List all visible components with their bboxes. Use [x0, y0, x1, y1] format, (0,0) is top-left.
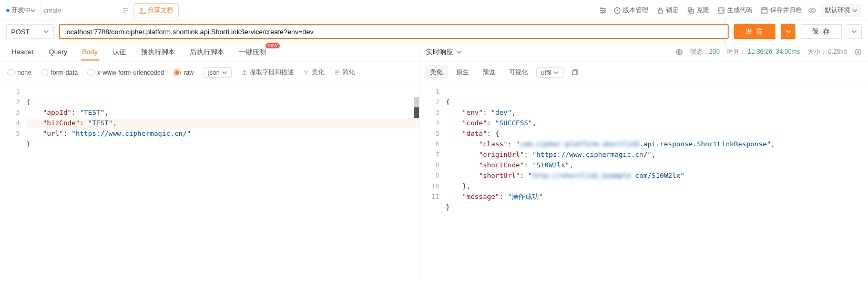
svg-point-0	[601, 7, 603, 9]
response-body-editor[interactable]: 1234567891011 { "env": "dev", "code": "S…	[420, 83, 868, 281]
share-doc-button[interactable]: 分享文档	[134, 3, 179, 17]
svg-point-2	[602, 12, 604, 13]
chevron-down-icon	[44, 29, 49, 34]
save-archive-button[interactable]: 保存并归档	[759, 5, 804, 16]
svg-rect-13	[573, 71, 576, 75]
radio-raw[interactable]: raw	[173, 69, 193, 76]
url-input[interactable]	[59, 24, 729, 39]
request-tabs: Header Query Body 认证 预执行脚本 后执行脚本 一键压测NEW	[0, 42, 419, 62]
upload-icon	[241, 69, 248, 76]
clock-icon	[614, 7, 621, 14]
gencode-button[interactable]: 生成代码	[716, 5, 754, 16]
status-label: 状态：200	[690, 47, 720, 56]
resp-tab-raw[interactable]: 原生	[451, 65, 474, 79]
clone-icon	[687, 7, 695, 14]
settings-lines-icon[interactable]	[599, 6, 607, 15]
radio-urlencoded[interactable]: x-www-form-urlencoded	[87, 69, 164, 76]
save-dropdown[interactable]	[847, 24, 862, 39]
line-gutter: 1234567891011	[420, 83, 446, 281]
response-tabs: 美化 原生 预览 可视化 utf8	[420, 62, 868, 83]
wand-icon	[303, 69, 310, 76]
new-badge: NEW	[265, 43, 280, 48]
response-header: 实时响应 状态：200 时间： 11:36:26 34.00ms 大小： 0.2…	[420, 42, 868, 62]
method-select[interactable]: POST	[6, 24, 54, 39]
extract-fields-button[interactable]: 提取字段和描述	[241, 68, 294, 77]
chevron-down-icon	[222, 70, 227, 75]
method-value: POST	[11, 28, 29, 36]
api-tab-name[interactable]: create	[40, 4, 129, 17]
tab-query[interactable]: Query	[43, 44, 74, 60]
copy-icon[interactable]	[571, 69, 578, 76]
lock-icon	[657, 7, 664, 14]
tab-postscript[interactable]: 后执行脚本	[183, 43, 230, 61]
line-gutter: 12345	[0, 83, 26, 281]
resp-tab-preview[interactable]: 预览	[477, 65, 501, 79]
send-dropdown[interactable]	[781, 24, 795, 39]
tab-body[interactable]: Body	[76, 44, 104, 60]
tab-auth[interactable]: 认证	[106, 43, 132, 61]
dev-status-badge: 开发中	[6, 6, 36, 15]
radio-formdata[interactable]: form-data	[41, 69, 78, 76]
encoding-select[interactable]: utf8	[536, 67, 564, 78]
version-mgmt-button[interactable]: 版本管理	[611, 5, 650, 16]
response-mode-select[interactable]: 实时响应	[426, 47, 462, 57]
beautify-button[interactable]: 美化	[303, 68, 324, 77]
share-icon	[139, 7, 146, 14]
globe-icon	[676, 48, 683, 56]
minimap-highlight	[414, 107, 419, 118]
env-label: 默认环境	[825, 6, 850, 15]
save-icon	[761, 7, 768, 14]
topbar: 开发中 create 分享文档 版本管理 锁定 克隆 生成代码 保存并归档 默认…	[0, 0, 868, 21]
time-label: 时间： 11:36:26 34.00ms	[727, 47, 800, 56]
share-label: 分享文档	[148, 6, 173, 15]
request-bar: POST 发 送 保 存	[0, 21, 868, 42]
api-tab-label: create	[44, 7, 122, 14]
chevron-down-icon	[456, 49, 462, 55]
lines-icon	[334, 69, 340, 76]
code-icon	[718, 7, 725, 14]
request-body-editor[interactable]: 12345 { "appId": "TEST", "bizCode": "TES…	[0, 83, 419, 281]
response-pane: 实时响应 状态：200 时间： 11:36:26 34.00ms 大小： 0.2…	[420, 42, 868, 281]
body-type-options: none form-data x-www-form-urlencoded raw…	[0, 62, 419, 83]
resp-tab-visual[interactable]: 可视化	[504, 65, 533, 79]
chevron-down-icon	[786, 29, 791, 34]
svg-rect-9	[763, 8, 766, 9]
request-pane: Header Query Body 认证 预执行脚本 后执行脚本 一键压测NEW…	[0, 42, 420, 281]
chevron-down-icon	[554, 70, 559, 75]
svg-point-10	[811, 9, 813, 12]
tab-prescript[interactable]: 预执行脚本	[135, 43, 181, 61]
simplify-button[interactable]: 简化	[334, 68, 355, 77]
environment-select[interactable]: 默认环境	[821, 4, 862, 17]
tab-loadtest[interactable]: 一键压测NEW	[232, 43, 272, 61]
clone-button[interactable]: 克隆	[685, 5, 711, 16]
lock-button[interactable]: 锁定	[655, 5, 681, 16]
size-label: 大小： 0.25kb	[808, 47, 847, 56]
request-body-code[interactable]: { "appId": "TEST", "bizCode": "TEST", "u…	[26, 83, 419, 281]
chevron-down-icon	[30, 8, 36, 13]
send-button[interactable]: 发 送	[734, 24, 776, 39]
list-icon	[122, 7, 129, 14]
response-body-code[interactable]: { "env": "dev", "code": "SUCCESS", "data…	[446, 83, 868, 281]
radio-none[interactable]: none	[7, 69, 32, 76]
status-dot-icon	[6, 9, 9, 12]
svg-point-1	[604, 9, 606, 11]
chevron-down-icon	[852, 8, 857, 13]
resp-tab-beautify[interactable]: 美化	[425, 65, 448, 79]
status-label: 开发中	[12, 6, 30, 15]
download-icon[interactable]	[854, 48, 862, 56]
tab-header[interactable]: Header	[5, 44, 40, 60]
content-type-select[interactable]: json	[203, 67, 232, 78]
minimap-mark	[414, 97, 419, 107]
svg-rect-4	[658, 10, 662, 13]
save-button[interactable]: 保 存	[801, 24, 842, 39]
chevron-down-icon	[852, 29, 857, 34]
eye-icon[interactable]	[808, 6, 816, 15]
